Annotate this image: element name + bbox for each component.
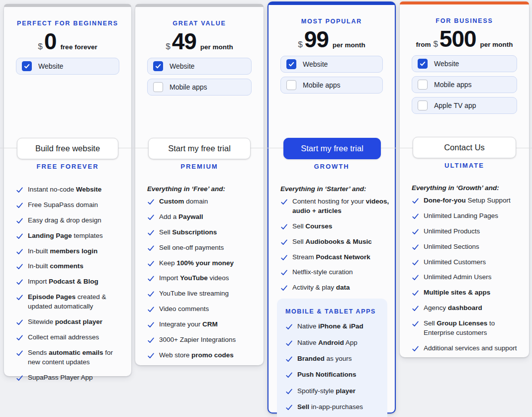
feature-item: Import YouTube videos xyxy=(147,274,258,283)
feature-list: Custom domainAdd a PaywallSell Subscript… xyxy=(147,197,258,360)
checkbox-checked-icon[interactable] xyxy=(153,61,163,71)
plan-option-website[interactable]: Website xyxy=(412,55,517,72)
feature-item: Netflix-style curation xyxy=(280,268,389,277)
feature-text: Activity & play data xyxy=(292,283,350,293)
check-icon xyxy=(16,334,23,341)
cta-button[interactable]: Contact Us xyxy=(413,137,516,158)
feature-item: Sends automatic emails for new content u… xyxy=(16,348,126,367)
check-icon xyxy=(285,339,293,347)
check-icon xyxy=(285,404,293,411)
feature-text: Unlimited Products xyxy=(424,227,480,236)
cta-button[interactable]: Start my free trial xyxy=(283,138,381,159)
feature-item: Done-for-you Setup Support xyxy=(412,196,524,206)
plan-option-website[interactable]: Website xyxy=(280,56,383,73)
option-label: Mobile apps xyxy=(303,81,341,89)
price-period: per month xyxy=(333,41,365,49)
check-icon xyxy=(16,217,23,224)
check-icon xyxy=(412,197,419,205)
feature-text: In-built members login xyxy=(28,247,97,256)
option-list: Website xyxy=(16,58,119,75)
feature-item: Content hosting for your videos, audio +… xyxy=(280,197,389,216)
feature-item: Unlimited Landing Pages xyxy=(412,211,524,221)
card-top-accent xyxy=(4,4,131,7)
plan-option-website[interactable]: Website xyxy=(16,58,119,75)
check-icon xyxy=(285,388,293,395)
feature-item: Stream Podcast Network xyxy=(280,253,389,262)
feature-text: Unlimited Admin Users xyxy=(424,273,492,282)
feature-text: SupaPass Player App xyxy=(28,373,93,383)
feature-text: Additional services and support xyxy=(424,344,517,353)
plan-name: ULTIMATE xyxy=(400,162,529,169)
feature-text: Unlimited Sections xyxy=(424,242,479,252)
price-amount: 0 xyxy=(44,31,57,53)
feature-section: Everything in ‘Free’ and: Custom domainA… xyxy=(147,185,258,366)
card-top-accent xyxy=(400,1,529,4)
price-period: free forever xyxy=(60,43,97,51)
subsection-feature-list: Native iPhone & iPadNative Android AppBr… xyxy=(285,322,381,412)
price-period: per month xyxy=(200,43,233,51)
plan-price: $ 49 per month xyxy=(135,31,264,53)
feature-text: Unlimited Landing Pages xyxy=(424,211,498,221)
feature-text: Sell Audiobooks & Music xyxy=(292,237,372,247)
feature-text: Web store promo codes xyxy=(159,351,234,360)
checkbox-unchecked-icon[interactable] xyxy=(418,80,428,90)
checkbox-unchecked-icon[interactable] xyxy=(418,101,428,110)
check-icon xyxy=(16,186,23,194)
feature-item: Unlimited Admin Users xyxy=(412,273,524,282)
check-icon xyxy=(280,254,288,261)
check-icon xyxy=(147,229,155,236)
checkbox-checked-icon[interactable] xyxy=(22,61,32,71)
feature-item: Sell Subscriptions xyxy=(147,228,258,237)
feature-text: Netflix-style curation xyxy=(292,268,353,277)
check-icon xyxy=(412,289,419,297)
plan-option-mobile-apps[interactable]: Mobile apps xyxy=(412,76,517,93)
feature-text: 3000+ Zapier Integrations xyxy=(159,335,236,345)
pricing-card: FOR BUSINESS from $ 500 per month Websit… xyxy=(400,1,529,357)
feature-item: Keep 100% your money xyxy=(147,259,258,268)
feature-text: Content hosting for your videos, audio +… xyxy=(292,197,389,216)
plan-price: $ 0 free forever xyxy=(4,31,131,53)
pricing-card: PERFECT FOR BEGINNERS $ 0 free forever W… xyxy=(4,4,131,376)
feature-item: 3000+ Zapier Integrations xyxy=(147,335,258,345)
feature-item: Web store promo codes xyxy=(147,351,258,360)
option-label: Website xyxy=(303,60,328,68)
feature-item: Spotify-style player xyxy=(285,387,381,396)
feature-text: Sell one-off payments xyxy=(159,243,224,253)
plan-tagline: MOST POPULAR xyxy=(268,18,395,25)
plan-option-mobile-apps[interactable]: Mobile apps xyxy=(147,79,252,96)
check-icon xyxy=(147,321,155,328)
feature-item: Easy drag & drop design xyxy=(16,216,126,225)
check-icon xyxy=(16,318,23,326)
plan-option-apple-tv-app[interactable]: Apple TV app xyxy=(412,97,517,114)
check-icon xyxy=(280,284,288,292)
feature-text: Spotify-style player xyxy=(297,387,355,396)
check-icon xyxy=(147,336,155,344)
checkbox-unchecked-icon[interactable] xyxy=(153,82,163,92)
check-icon xyxy=(147,260,155,267)
checkbox-checked-icon[interactable] xyxy=(286,59,296,69)
check-icon xyxy=(412,228,419,235)
plan-option-mobile-apps[interactable]: Mobile apps xyxy=(280,77,383,94)
cta-button[interactable]: Build free website xyxy=(17,138,118,159)
option-list: WebsiteMobile appsApple TV app xyxy=(412,55,517,114)
checkbox-unchecked-icon[interactable] xyxy=(286,80,296,90)
cta-button[interactable]: Start my free trial xyxy=(148,138,251,159)
card-top-accent xyxy=(135,4,264,7)
feature-text: Custom domain xyxy=(159,197,208,207)
feature-item: Instant no-code Website xyxy=(16,185,126,195)
option-list: WebsiteMobile apps xyxy=(147,58,252,96)
feature-text: Done-for-you Setup Support xyxy=(424,196,511,206)
feature-text: Keep 100% your money xyxy=(159,259,234,268)
plan-option-website[interactable]: Website xyxy=(147,58,252,75)
checkbox-checked-icon[interactable] xyxy=(418,59,428,69)
feature-list: Done-for-you Setup SupportUnlimited Land… xyxy=(412,196,524,353)
feature-item: Additional services and support xyxy=(412,344,524,353)
feature-item: Branded as yours xyxy=(285,354,381,364)
feature-text: Sell Subscriptions xyxy=(159,228,217,237)
feature-item: Sitewide podcast player xyxy=(16,317,126,327)
feature-item: Sell one-off payments xyxy=(147,243,258,253)
check-icon xyxy=(147,213,155,221)
plan-name: GROWTH xyxy=(268,163,395,170)
check-icon xyxy=(147,306,155,313)
option-label: Website xyxy=(170,62,194,70)
